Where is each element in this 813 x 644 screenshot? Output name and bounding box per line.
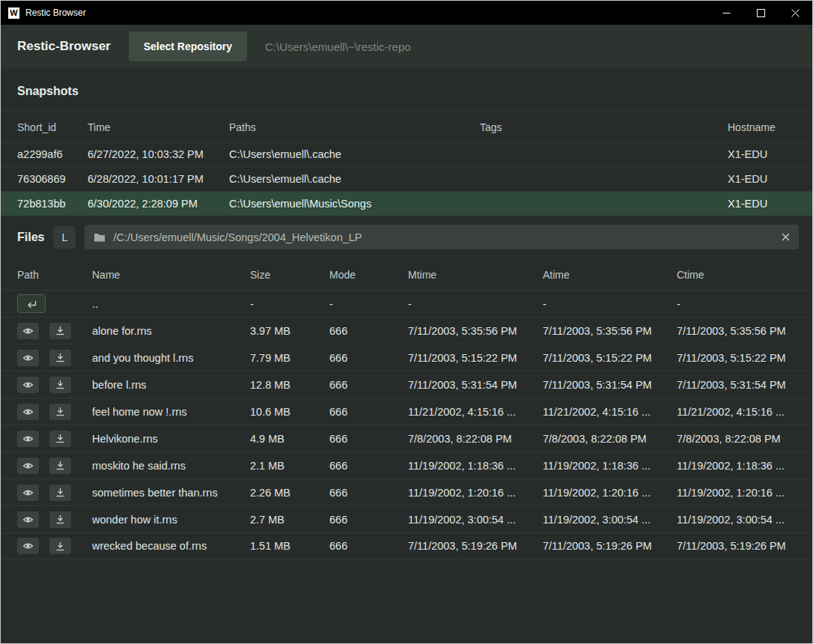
file-ctime: 7/11/2003, 5:19:26 PM (677, 540, 796, 552)
file-size: 2.1 MB (250, 460, 329, 472)
close-icon (791, 9, 800, 17)
file-row[interactable]: before l.rns 12.8 MB 666 7/11/2003, 5:31… (1, 371, 812, 398)
close-button[interactable] (778, 1, 812, 25)
column-name: Name (92, 269, 250, 281)
file-name: before l.rns (92, 379, 250, 391)
file-row[interactable]: Helvikone.rns 4.9 MB 666 7/8/2003, 8:22:… (1, 425, 812, 452)
repository-path: C:\Users\emuell\~\restic-repo (265, 40, 411, 53)
file-size: 4.9 MB (250, 433, 329, 445)
preview-file-button[interactable] (17, 458, 39, 474)
eye-icon (22, 326, 34, 335)
file-ctime: 7/11/2003, 5:35:56 PM (677, 325, 796, 337)
titlebar-left: W Restic Browser (1, 7, 86, 19)
preview-file-button[interactable] (17, 350, 39, 366)
app-title: Restic-Browser (17, 39, 111, 54)
download-file-button[interactable] (49, 511, 71, 528)
file-atime: 7/11/2003, 5:19:26 PM (543, 540, 677, 552)
file-mtime: - (408, 298, 543, 310)
file-mtime: 7/11/2003, 5:31:54 PM (408, 379, 543, 391)
preview-file-button[interactable] (17, 323, 39, 339)
file-size: 1.51 MB (250, 540, 329, 552)
file-mtime: 7/8/2003, 8:22:08 PM (408, 433, 543, 445)
file-mtime: 7/11/2003, 5:15:22 PM (408, 352, 543, 364)
file-mode: - (329, 298, 408, 310)
download-file-button[interactable] (49, 404, 71, 420)
file-atime: 11/19/2002, 1:20:16 ... (543, 487, 677, 499)
minimize-button[interactable] (709, 1, 743, 25)
column-size: Size (250, 269, 329, 281)
file-row[interactable]: and you thought l.rns 7.79 MB 666 7/11/2… (1, 344, 812, 371)
file-row[interactable]: sometimes better than.rns 2.26 MB 666 11… (1, 479, 812, 505)
snapshots-table-body: a2299af6 6/27/2022, 10:03:32 PM C:\Users… (1, 142, 812, 216)
eye-icon (22, 541, 34, 550)
snapshot-paths: C:\Users\emuell\.cache (229, 173, 480, 185)
file-mtime: 11/19/2002, 1:20:16 ... (408, 487, 543, 499)
file-size: - (250, 298, 329, 310)
maximize-button[interactable] (743, 1, 778, 25)
files-table: Path Name Size Mode Mtime Atime Ctime ..… (1, 260, 812, 559)
snapshots-table: Short_id Time Paths Tags Hostname a2299a… (1, 112, 812, 216)
list-mode-button[interactable]: L (53, 226, 76, 249)
download-file-button[interactable] (49, 377, 71, 393)
file-size: 10.6 MB (250, 406, 329, 418)
file-ctime: 11/19/2002, 3:00:54 ... (677, 514, 796, 526)
snapshot-row[interactable]: a2299af6 6/27/2022, 10:03:32 PM C:\Users… (1, 142, 812, 166)
select-repository-button[interactable]: Select Repository (129, 31, 247, 61)
files-path-input[interactable]: /C:/Users/emuell/Music/Songs/2004_Helvet… (85, 225, 799, 249)
preview-file-button[interactable] (17, 431, 39, 447)
eye-icon (22, 353, 34, 362)
download-file-button[interactable] (49, 538, 71, 554)
preview-file-button[interactable] (17, 404, 39, 420)
snapshots-table-header: Short_id Time Paths Tags Hostname (1, 112, 812, 142)
file-size: 2.7 MB (250, 514, 329, 526)
file-mode: 666 (329, 460, 408, 472)
file-mode: 666 (329, 406, 408, 418)
file-size: 12.8 MB (250, 379, 329, 391)
file-atime: - (543, 298, 677, 310)
preview-file-button[interactable] (17, 538, 39, 554)
file-row[interactable]: moskito he said.rns 2.1 MB 666 11/19/200… (1, 452, 812, 479)
close-small-icon (782, 233, 790, 241)
file-row[interactable]: alone for.rns 3.97 MB 666 7/11/2003, 5:3… (1, 317, 812, 344)
snapshot-row[interactable]: 76306869 6/28/2022, 10:01:17 PM C:\Users… (1, 166, 812, 191)
file-name: wrecked because of.rns (92, 540, 250, 552)
eye-icon (22, 461, 34, 470)
file-ctime: 7/8/2003, 8:22:08 PM (677, 433, 796, 445)
preview-file-button[interactable] (17, 377, 39, 393)
file-name: and you thought l.rns (92, 352, 250, 364)
download-icon (55, 487, 65, 497)
file-ctime: 7/11/2003, 5:31:54 PM (677, 379, 796, 391)
download-file-button[interactable] (49, 431, 71, 447)
download-file-button[interactable] (49, 350, 71, 366)
preview-file-button[interactable] (17, 511, 39, 528)
snapshot-row[interactable]: 72b813bb 6/30/2022, 2:28:09 PM C:\Users\… (1, 191, 812, 216)
snapshot-time: 6/30/2022, 2:28:09 PM (88, 198, 229, 210)
download-file-button[interactable] (49, 458, 71, 474)
up-arrow-icon (25, 299, 37, 309)
file-ctime: - (677, 298, 796, 310)
file-name: .. (92, 298, 250, 310)
snapshot-hostname: X1-EDU (728, 198, 796, 210)
file-mode: 666 (329, 325, 408, 337)
file-row[interactable]: wrecked because of.rns 1.51 MB 666 7/11/… (1, 532, 812, 559)
eye-icon (22, 407, 34, 416)
snapshot-short-id: a2299af6 (17, 148, 88, 160)
eye-icon (22, 515, 34, 524)
download-file-button[interactable] (49, 323, 71, 339)
column-mode: Mode (329, 269, 408, 281)
window-title: Restic Browser (25, 7, 86, 18)
parent-directory-button[interactable] (17, 294, 46, 313)
file-row[interactable]: .. - - - - - (1, 290, 812, 317)
file-row[interactable]: wonder how it.rns 2.7 MB 666 11/19/2002,… (1, 505, 812, 532)
download-file-button[interactable] (49, 484, 71, 501)
eye-icon (22, 488, 34, 497)
download-icon (55, 514, 65, 524)
titlebar: W Restic Browser (1, 1, 812, 25)
preview-file-button[interactable] (17, 484, 39, 501)
file-atime: 11/21/2002, 4:15:16 ... (543, 406, 677, 418)
file-atime: 7/11/2003, 5:15:22 PM (543, 352, 677, 364)
download-icon (55, 541, 65, 551)
file-row[interactable]: feel home now !.rns 10.6 MB 666 11/21/20… (1, 398, 812, 425)
snapshot-short-id: 76306869 (17, 173, 88, 185)
clear-path-button[interactable] (782, 231, 790, 243)
